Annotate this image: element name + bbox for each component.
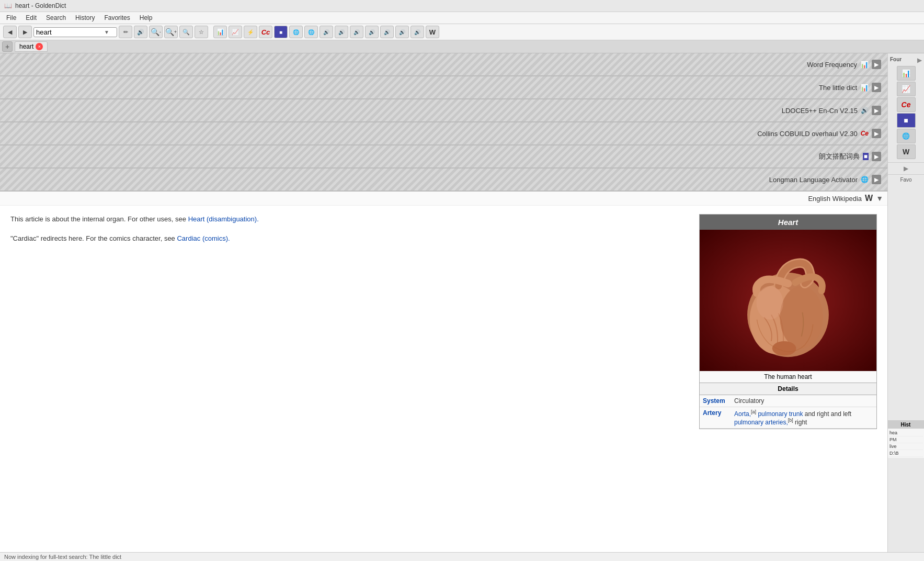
cc-button[interactable]: Cc bbox=[259, 26, 272, 38]
globe2-button[interactable]: 🌐 bbox=[304, 26, 318, 38]
little-dict-icon: 📊 bbox=[860, 84, 869, 92]
wiki-dropdown-arrow[interactable]: ▼ bbox=[876, 194, 883, 203]
audio4-button[interactable]: 🔊 bbox=[365, 26, 379, 38]
audio1-button[interactable]: 🔊 bbox=[320, 26, 333, 38]
intro-text1: This article is about the internal organ… bbox=[10, 215, 188, 223]
ldoce-icon: 🔊 bbox=[861, 107, 869, 114]
sidebar-collapse-arrow[interactable]: ▶ bbox=[917, 57, 922, 64]
infobox-system-row: System Circulatory bbox=[700, 395, 876, 407]
menu-edit[interactable]: Edit bbox=[21, 13, 41, 23]
sidebar-w-icon[interactable]: W bbox=[897, 144, 916, 159]
sidebar-bar-chart2-icon[interactable]: 📈 bbox=[897, 82, 916, 96]
new-tab-button[interactable]: + bbox=[2, 41, 13, 52]
heart-disambiguation-link[interactable]: Heart (disambiguation). bbox=[188, 215, 259, 223]
english-wikipedia-label: English Wikipedia bbox=[808, 195, 862, 203]
menu-bar: File Edit Search History Favorites Help bbox=[0, 12, 924, 24]
search-box: ▼ bbox=[33, 27, 117, 37]
infobox-system-label: System bbox=[703, 397, 734, 405]
app-icon: 📖 bbox=[4, 2, 12, 9]
toolbar: ◀ ▶ ▼ ✏ 🔊 🔍- 🔍+ 🔍 ☆ 📊 📈 ⚡ Cc ■ 🌐 🌐 🔊 🔊 🔊… bbox=[0, 24, 924, 40]
blue-square-button[interactable]: ■ bbox=[274, 26, 288, 38]
ldoce-expand[interactable]: ▶ bbox=[872, 106, 881, 115]
word-frequency-icon: 📊 bbox=[860, 61, 869, 69]
history-section: Hist hea PM live D:\B bbox=[887, 420, 924, 458]
chinese-dict-expand[interactable]: ▶ bbox=[872, 152, 881, 161]
forward-button[interactable]: ▶ bbox=[18, 26, 32, 38]
cardiac-comics-link[interactable]: Cardiac (comics). bbox=[177, 234, 230, 242]
ldoce-entry[interactable]: LDOCE5++ En-Cn V2.15 🔊 ▶ bbox=[0, 99, 887, 122]
search-input[interactable] bbox=[36, 28, 104, 36]
wiki-header-bar: English Wikipedia W ▼ bbox=[0, 192, 887, 206]
infobox-artery-label: Artery bbox=[703, 409, 734, 426]
sidebar-top-icons: Four ▶ 📊 📈 Ce ■ 🌐 W bbox=[888, 55, 924, 163]
right-sidebar: Four ▶ 📊 📈 Ce ■ 🌐 W ▶ Favo Hist hea PM l… bbox=[887, 53, 924, 552]
svg-point-2 bbox=[780, 286, 823, 349]
sidebar-blue-icon[interactable]: ■ bbox=[897, 113, 916, 128]
main-area: Word Frequency 📊 ▶ The little dict 📊 ▶ L… bbox=[0, 53, 924, 552]
menu-search[interactable]: Search bbox=[42, 13, 70, 23]
word-frequency-expand[interactable]: ▶ bbox=[872, 60, 881, 69]
back-button[interactable]: ◀ bbox=[3, 26, 17, 38]
little-dict-expand[interactable]: ▶ bbox=[872, 83, 881, 92]
zoom-out-button[interactable]: 🔍- bbox=[149, 26, 163, 38]
word-frequency-entry[interactable]: Word Frequency 📊 ▶ bbox=[0, 53, 887, 76]
sidebar-collapse-section[interactable]: ▶ bbox=[888, 163, 924, 175]
star-button[interactable]: ☆ bbox=[195, 26, 208, 38]
tab-bar: + heart × bbox=[0, 40, 924, 53]
history-item-2[interactable]: PM bbox=[888, 436, 923, 443]
sidebar-label: Four bbox=[890, 57, 902, 64]
audio3-button[interactable]: 🔊 bbox=[350, 26, 363, 38]
flash-button[interactable]: ⚡ bbox=[244, 26, 257, 38]
infobox-title: Heart bbox=[700, 215, 876, 230]
svg-point-4 bbox=[757, 286, 783, 320]
pulmonary-trunk-link[interactable]: pulmonary trunk bbox=[758, 410, 803, 418]
chinese-dict-icon: ■ bbox=[863, 153, 869, 160]
menu-help[interactable]: Help bbox=[135, 13, 157, 23]
history-item-3[interactable]: live bbox=[888, 443, 923, 450]
audio5-button[interactable]: 🔊 bbox=[380, 26, 394, 38]
intro-text2: "Cardiac" redirects here. For the comics… bbox=[10, 234, 177, 242]
artery-sup2: [b] bbox=[788, 418, 793, 423]
tab-close-button[interactable]: × bbox=[36, 43, 43, 50]
wikipedia-w-icon: W bbox=[865, 194, 873, 203]
chinese-dict-label: 朗文搭配词典 bbox=[819, 152, 860, 161]
pulmonary-arteries-link[interactable]: pulmonary arteries, bbox=[734, 419, 788, 426]
collins-icon: Ce bbox=[861, 130, 869, 137]
pronounce-button[interactable]: 🔊 bbox=[134, 26, 147, 38]
globe1-button[interactable]: 🌐 bbox=[289, 26, 303, 38]
history-title: Hist bbox=[887, 421, 924, 429]
history-item-1[interactable]: hea bbox=[888, 430, 923, 436]
menu-favorites[interactable]: Favorites bbox=[100, 13, 134, 23]
collins-entry[interactable]: Collins COBUILD overhaul V2.30 Ce ▶ bbox=[0, 122, 887, 145]
history-item-4[interactable]: D:\B bbox=[888, 450, 923, 457]
sidebar-cc-icon[interactable]: Ce bbox=[897, 97, 916, 112]
wiki-content: Heart bbox=[0, 206, 887, 552]
bar-chart-button2[interactable]: 📈 bbox=[229, 26, 242, 38]
heart-tab[interactable]: heart × bbox=[15, 41, 48, 52]
bar-chart-button1[interactable]: 📊 bbox=[213, 26, 227, 38]
longman-entry[interactable]: Longman Language Activator 🌐 ▶ bbox=[0, 169, 887, 192]
collins-expand[interactable]: ▶ bbox=[872, 129, 881, 138]
longman-label: Longman Language Activator bbox=[769, 176, 858, 184]
audio2-button[interactable]: 🔊 bbox=[335, 26, 348, 38]
menu-history[interactable]: History bbox=[71, 13, 99, 23]
word-frequency-label: Word Frequency bbox=[807, 61, 857, 69]
audio6-button[interactable]: 🔊 bbox=[395, 26, 409, 38]
sidebar-globe-icon[interactable]: 🌐 bbox=[897, 129, 916, 143]
audio7-button[interactable]: 🔊 bbox=[410, 26, 424, 38]
infobox-artery-value: Aorta,[a] pulmonary trunk and right and … bbox=[734, 409, 873, 426]
chinese-dict-entry[interactable]: 朗文搭配词典 ■ ▶ bbox=[0, 145, 887, 169]
edit-button[interactable]: ✏ bbox=[119, 26, 132, 38]
zoom-in-button[interactable]: 🔍+ bbox=[164, 26, 178, 38]
zoom-reset-button[interactable]: 🔍 bbox=[179, 26, 193, 38]
aorta-link[interactable]: Aorta, bbox=[734, 410, 751, 418]
favorites-label: Favo bbox=[888, 175, 924, 185]
sidebar-bar-chart1-icon[interactable]: 📊 bbox=[897, 66, 916, 81]
wikipedia-toolbar-button[interactable]: W bbox=[426, 26, 439, 38]
longman-expand[interactable]: ▶ bbox=[872, 175, 881, 184]
search-dropdown-arrow[interactable]: ▼ bbox=[104, 29, 109, 35]
menu-file[interactable]: File bbox=[2, 13, 20, 23]
infobox-image bbox=[700, 230, 876, 371]
little-dict-entry[interactable]: The little dict 📊 ▶ bbox=[0, 76, 887, 99]
ldoce-label: LDOCE5++ En-Cn V2.15 bbox=[782, 107, 858, 115]
